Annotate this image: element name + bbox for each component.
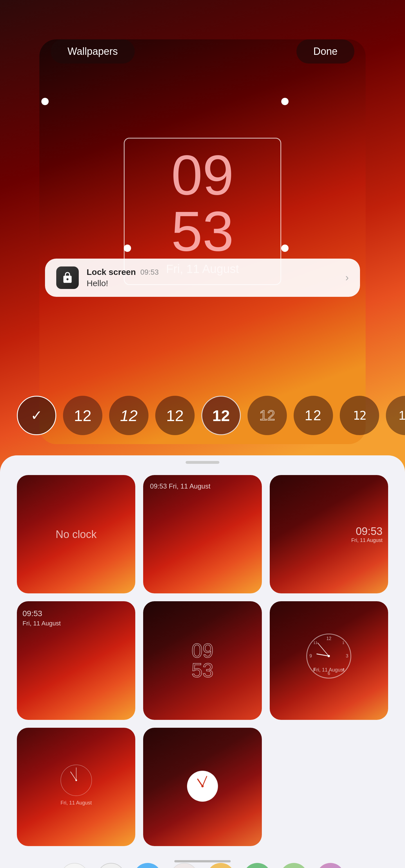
analog-clock-container: 12 3 6 9 1 11 4 8 Fri, 11 August [306, 633, 351, 679]
color-swatch-white[interactable] [97, 863, 125, 868]
circular-clock [184, 768, 221, 806]
clock-style-label-3: 12 [166, 406, 184, 425]
clock-style-option-1[interactable]: 12 [63, 396, 103, 435]
svg-point-3 [76, 779, 77, 781]
clock-style-label-1: 12 [74, 406, 91, 425]
color-palette-row: A ✓ [0, 857, 405, 868]
clock-style-label-6: 12 [305, 407, 322, 424]
notification-app-name: Lock screen [87, 267, 136, 277]
notification-app-icon [56, 267, 79, 289]
clock-style-option-8[interactable]: 12 [386, 396, 405, 435]
selection-dot-bottom-left [124, 245, 131, 252]
notification-bar: Lock screen 09:53 Hello! › [45, 258, 360, 297]
color-swatch-text[interactable]: A [60, 863, 89, 868]
svg-line-1 [70, 772, 76, 780]
clock-style-option-6[interactable]: 12 [294, 396, 333, 435]
color-swatch-selected[interactable]: ✓ [170, 863, 198, 868]
clock-thumb-analog[interactable]: 12 3 6 9 1 11 4 8 Fri, 11 August [270, 601, 388, 720]
clock-thumb-large-right[interactable]: 09:53 Fri, 11 August [270, 475, 388, 593]
clock-style-label-2: 12 [120, 406, 138, 425]
color-swatch-blue[interactable] [134, 863, 162, 868]
clock-style-label-4: 12 [212, 406, 230, 425]
selection-dot-top-right [281, 98, 289, 105]
phone-preview-card: 09 53 Fri, 11 August [39, 39, 366, 444]
clock-thumb-thin-hands[interactable]: Fri, 11 August [17, 728, 135, 846]
clock-style-label-7: 12 [353, 409, 366, 423]
clock-style-option-custom[interactable]: ✓ [17, 396, 56, 435]
top-button-bar: Wallpapers Done [39, 39, 366, 64]
color-swatch-light-green[interactable] [280, 863, 308, 868]
sheet-handle [185, 461, 220, 464]
svg-point-8 [201, 785, 204, 787]
thumb-large-time-text: 09:53 Fri, 11 August [351, 525, 382, 544]
analog-date-label: Fri, 11 August [313, 667, 345, 673]
thumb-stacked-text: 09:53 Fri, 11 August [23, 608, 61, 628]
clock-hour: 09 [136, 147, 269, 203]
notification-message: Hello! [87, 279, 338, 288]
selection-dot-bottom-right [281, 245, 289, 252]
lock-screen-icon [61, 272, 74, 284]
color-swatch-yellow[interactable] [207, 863, 235, 868]
clock-style-selector: ✓ 12 12 12 12 12 12 12 12 [0, 396, 405, 435]
clock-thumb-small-top[interactable]: 09:53 Fri, 11 August [143, 475, 262, 593]
clock-thumb-stacked-left[interactable]: 09:53 Fri, 11 August [17, 601, 135, 720]
clock-thumb-outlined[interactable]: 09 53 [143, 601, 262, 720]
selection-dot-top-left [41, 98, 49, 105]
clock-thumb-circular[interactable] [143, 728, 262, 846]
clock-minute: 53 [136, 203, 269, 259]
wallpapers-button[interactable]: Wallpapers [51, 39, 135, 64]
clock-style-label-8: 12 [399, 408, 405, 423]
home-indicator [174, 860, 231, 862]
clock-style-option-7[interactable]: 12 [340, 396, 379, 435]
thin-hands-clock: Fri, 11 August [59, 764, 93, 806]
notification-expand-chevron[interactable]: › [345, 272, 349, 284]
thumb-small-date-text: 09:53 Fri, 11 August [150, 482, 210, 491]
color-swatch-green[interactable] [243, 863, 271, 868]
notification-time: 09:53 [140, 268, 158, 277]
clock-style-option-3[interactable]: 12 [155, 396, 195, 435]
done-button[interactable]: Done [296, 39, 354, 64]
notification-title-row: Lock screen 09:53 [87, 267, 338, 277]
color-swatch-pink[interactable] [316, 863, 345, 868]
clock-style-check-icon: ✓ [31, 407, 42, 424]
clock-style-option-4[interactable]: 12 [201, 396, 241, 435]
bottom-sheet: No clock 09:53 Fri, 11 August 09:53 Fri,… [0, 455, 405, 868]
thin-hands-date: Fri, 11 August [59, 800, 93, 806]
clock-style-grid: No clock 09:53 Fri, 11 August 09:53 Fri,… [0, 464, 405, 857]
thumb-outlined-time: 09 53 [192, 641, 213, 680]
clock-style-option-2[interactable]: 12 [109, 396, 148, 435]
clock-style-option-5[interactable]: 12 [248, 396, 287, 435]
clock-style-label-5: 12 [259, 407, 275, 424]
notification-content: Lock screen 09:53 Hello! [87, 267, 338, 288]
clock-thumb-no-clock[interactable]: No clock [17, 475, 135, 593]
no-clock-label: No clock [56, 528, 97, 540]
